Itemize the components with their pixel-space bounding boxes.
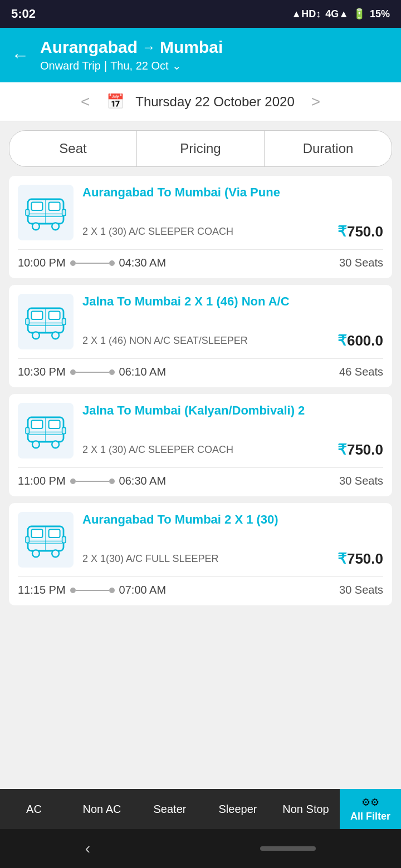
rupee-icon-2: ₹ <box>338 332 347 349</box>
bus-name-4: Aurangabad To Mumbai 2 X 1 (30) <box>82 512 383 528</box>
arrive-time-2: 06:10 AM <box>119 366 167 378</box>
dot-start-1 <box>70 260 76 266</box>
svg-rect-29 <box>49 530 60 537</box>
status-bar: 5:02 ▲HD↕ HD 4G▲ 🔋 15% <box>0 0 401 28</box>
bus-card-3[interactable]: Jalna To Mumbai (Kalyan/Dombivali) 2 2 X… <box>9 394 392 496</box>
seats-2: 46 Seats <box>339 366 383 378</box>
route-subtitle: Onward Trip | Thu, 22 Oct ⌄ <box>40 59 223 72</box>
next-date-button[interactable]: > <box>306 93 326 111</box>
time-range-3: 11:00 PM 06:30 AM <box>18 475 166 487</box>
filter-all-button[interactable]: ⚙⚙ All Filter <box>340 789 401 829</box>
bus-icon-1 <box>18 185 74 240</box>
bus-card-4[interactable]: Aurangabad To Mumbai 2 X 1 (30) 2 X 1(30… <box>9 503 392 605</box>
bus-info-2: Jalna To Mumbai 2 X 1 (46) Non A/C 2 X 1… <box>82 294 383 349</box>
bus-icon-2 <box>18 294 74 349</box>
bus-name-3: Jalna To Mumbai (Kalyan/Dombivali) 2 <box>82 403 383 419</box>
tab-pricing[interactable]: Pricing <box>137 131 265 166</box>
dot-end-3 <box>109 479 115 484</box>
bottom-nav-bar: ‹ <box>0 829 401 868</box>
bus-timing-1: 10:00 PM 04:30 AM 30 Seats <box>9 250 392 278</box>
filter-non-stop[interactable]: Non Stop <box>272 797 340 821</box>
sort-tabs: Seat Pricing Duration <box>9 130 392 167</box>
svg-point-33 <box>52 550 59 557</box>
svg-point-24 <box>52 441 59 448</box>
bus-type-row-4: 2 X 1(30) A/C FULL SLEEPER ₹750.0 <box>82 550 383 568</box>
bus-price-3: ₹750.0 <box>338 441 383 458</box>
bus-type-3: 2 X 1 (30) A/C SLEEPER COACH <box>82 444 233 456</box>
bus-type-row-3: 2 X 1 (30) A/C SLEEPER COACH ₹750.0 <box>82 441 383 458</box>
nav-home-pill[interactable] <box>260 846 316 851</box>
seats-1: 30 Seats <box>339 257 383 269</box>
svg-rect-34 <box>26 536 29 542</box>
bus-icon-3 <box>18 403 74 458</box>
calendar-icon[interactable]: 📅 <box>106 93 124 110</box>
line-1 <box>76 263 109 264</box>
time-line-1 <box>70 260 115 266</box>
bus-type-2: 2 X 1 (46) NON A/C SEAT/SLEEPER <box>82 335 248 347</box>
prev-date-button[interactable]: < <box>75 93 95 111</box>
route-title: Aurangabad → Mumbai <box>40 38 223 57</box>
tab-duration[interactable]: Duration <box>265 131 392 166</box>
bus-type-row-2: 2 X 1 (46) NON A/C SEAT/SLEEPER ₹600.0 <box>82 332 383 349</box>
bus-info-1: Aurangabad To Mumbai (Via Pune 2 X 1 (30… <box>82 185 383 240</box>
battery-icon: 🔋 <box>353 8 365 20</box>
bottom-filter-bar: AC Non AC Seater Sleeper Non Stop ⚙⚙ All… <box>0 789 401 829</box>
hd-indicator: ▲HD↕ <box>291 8 321 20</box>
svg-rect-1 <box>31 203 42 210</box>
dot-start-3 <box>70 479 76 484</box>
svg-rect-26 <box>62 427 66 433</box>
arrive-time-1: 04:30 AM <box>119 257 167 269</box>
bus-card-main-4: Aurangabad To Mumbai 2 X 1 (30) 2 X 1(30… <box>9 503 392 576</box>
bus-type-row-1: 2 X 1 (30) A/C SLEEPER COACH ₹750.0 <box>82 223 383 240</box>
bus-card-main-3: Jalna To Mumbai (Kalyan/Dombivali) 2 2 X… <box>9 394 392 467</box>
depart-time-2: 10:30 PM <box>18 366 66 378</box>
filter-icon: ⚙⚙ <box>361 796 379 808</box>
header-separator: | <box>104 60 107 72</box>
bus-info-4: Aurangabad To Mumbai 2 X 1 (30) 2 X 1(30… <box>82 512 383 568</box>
svg-point-15 <box>52 332 59 339</box>
filter-non-ac[interactable]: Non AC <box>68 797 136 821</box>
filter-seater[interactable]: Seater <box>136 797 204 821</box>
rupee-icon-3: ₹ <box>338 441 347 458</box>
svg-rect-25 <box>26 427 29 433</box>
svg-rect-28 <box>31 530 42 537</box>
destination-city: Mumbai <box>160 38 223 57</box>
dot-end-4 <box>109 588 115 593</box>
svg-point-6 <box>52 223 59 230</box>
svg-rect-8 <box>62 209 66 215</box>
bus-icon-4 <box>18 512 74 568</box>
line-3 <box>76 481 109 482</box>
line-4 <box>76 590 109 591</box>
tab-seat[interactable]: Seat <box>9 131 137 166</box>
time-line-3 <box>70 479 115 484</box>
arrive-time-4: 07:00 AM <box>119 584 167 596</box>
chevron-down-icon[interactable]: ⌄ <box>172 59 182 72</box>
origin-city: Aurangabad <box>40 38 138 57</box>
time-range-4: 11:15 PM 07:00 AM <box>18 584 166 596</box>
nav-back-button[interactable]: ‹ <box>85 840 90 857</box>
svg-rect-19 <box>31 421 42 428</box>
back-button[interactable]: ← <box>11 45 29 66</box>
bus-info-3: Jalna To Mumbai (Kalyan/Dombivali) 2 2 X… <box>82 403 383 458</box>
dot-end-2 <box>109 369 115 375</box>
filter-sleeper[interactable]: Sleeper <box>204 797 272 821</box>
rupee-icon-4: ₹ <box>338 550 347 567</box>
bus-price-4: ₹750.0 <box>338 550 383 568</box>
bus-card-2[interactable]: Jalna To Mumbai 2 X 1 (46) Non A/C 2 X 1… <box>9 285 392 387</box>
depart-time-3: 11:00 PM <box>18 475 66 487</box>
bus-type-1: 2 X 1 (30) A/C SLEEPER COACH <box>82 226 233 238</box>
svg-rect-17 <box>62 318 66 324</box>
header: ← Aurangabad → Mumbai Onward Trip | Thu,… <box>0 28 401 82</box>
filter-ac[interactable]: AC <box>0 797 68 821</box>
status-icons: ▲HD↕ HD 4G▲ 🔋 15% <box>291 8 390 20</box>
bus-timing-4: 11:15 PM 07:00 AM 30 Seats <box>9 577 392 605</box>
trip-type: Onward Trip <box>40 60 101 72</box>
time-line-4 <box>70 588 115 593</box>
svg-point-5 <box>32 223 40 230</box>
seats-3: 30 Seats <box>339 475 383 487</box>
depart-time-4: 11:15 PM <box>18 584 66 596</box>
battery-level: 15% <box>370 8 390 20</box>
bus-list: Aurangabad To Mumbai (Via Pune 2 X 1 (30… <box>0 167 401 614</box>
bus-card-1[interactable]: Aurangabad To Mumbai (Via Pune 2 X 1 (30… <box>9 176 392 278</box>
bus-timing-2: 10:30 PM 06:10 AM 46 Seats <box>9 359 392 387</box>
